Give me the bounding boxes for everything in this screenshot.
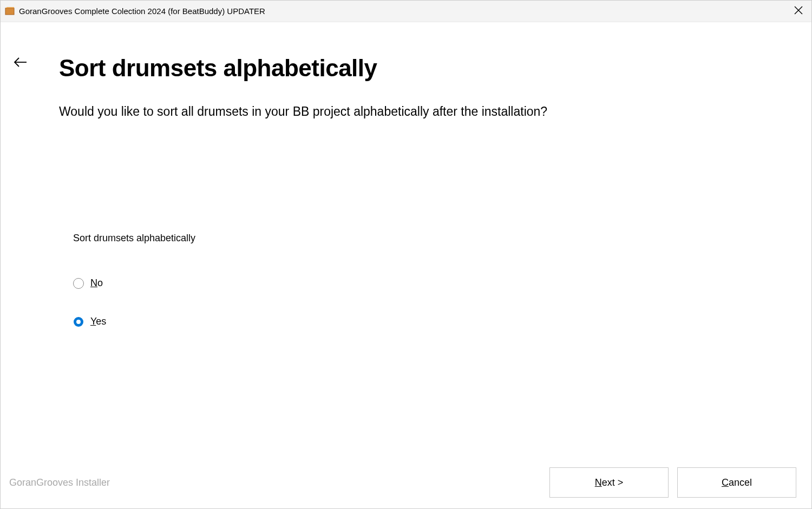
titlebar: GoranGrooves Complete Colection 2024 (fo…	[1, 1, 811, 22]
radio-label-yes: Yes	[90, 316, 106, 327]
close-icon	[794, 6, 803, 15]
footer: GoranGrooves Installer Next > Cancel	[1, 467, 811, 498]
radio-option-no[interactable]: No	[59, 277, 650, 289]
cancel-button-label: Cancel	[722, 477, 752, 488]
close-button[interactable]	[792, 4, 805, 19]
next-button[interactable]: Next >	[549, 467, 669, 498]
next-button-label: Next >	[595, 477, 624, 488]
radio-option-yes[interactable]: Yes	[59, 316, 650, 327]
radio-icon-checked	[73, 316, 84, 327]
installer-window: GoranGrooves Complete Colection 2024 (fo…	[0, 0, 812, 509]
svg-marker-1	[5, 7, 14, 8]
footer-brand: GoranGrooves Installer	[9, 477, 110, 488]
page-title: Sort drumsets alphabetically	[59, 55, 650, 82]
footer-buttons: Next > Cancel	[549, 467, 796, 498]
app-icon	[5, 6, 15, 16]
page-subtitle: Would you like to sort all drumsets in y…	[59, 104, 650, 119]
content-area: Sort drumsets alphabetically Would you l…	[1, 22, 650, 327]
option-group-label: Sort drumsets alphabetically	[59, 233, 650, 244]
window-title: GoranGrooves Complete Colection 2024 (fo…	[19, 6, 265, 16]
titlebar-left: GoranGrooves Complete Colection 2024 (fo…	[5, 6, 265, 16]
radio-icon-unchecked	[73, 278, 84, 289]
radio-label-no: No	[90, 277, 103, 289]
cancel-button[interactable]: Cancel	[677, 467, 796, 498]
main-content: Sort drumsets alphabetically Would you l…	[1, 22, 811, 508]
back-button[interactable]	[10, 54, 31, 73]
svg-point-7	[76, 320, 81, 324]
arrow-left-icon	[14, 57, 28, 68]
svg-rect-0	[5, 8, 14, 15]
